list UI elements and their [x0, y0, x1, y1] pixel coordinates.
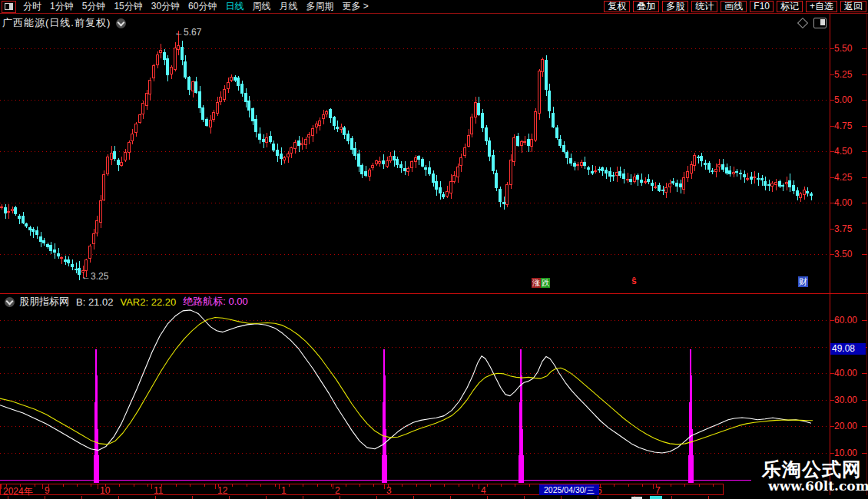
indicator-axis-label: 40.00	[834, 368, 857, 378]
clipped-toolbar-tick	[524, 496, 525, 499]
price-axis-label: 4.25	[834, 172, 852, 183]
time-axis-label: 1	[281, 485, 287, 496]
watermark-site-name: 乐淘公式网	[762, 459, 868, 479]
high-price-annotation: ←5.67	[174, 27, 201, 38]
clipped-toolbar-tick	[450, 496, 451, 499]
indicator-var2-value: VAR2: 22.20	[120, 296, 176, 308]
period-tab-1[interactable]: 1分钟	[50, 0, 74, 13]
indicator-axis-label: 30.00	[834, 395, 857, 405]
indicator-axis-label: 20.00	[834, 421, 857, 431]
period-tab-5[interactable]: 60分钟	[188, 0, 217, 13]
indicator-axis-label: 10.00	[834, 448, 857, 458]
period-tab-2[interactable]: 5分钟	[82, 0, 106, 13]
action-button-4[interactable]: 画线	[721, 1, 747, 12]
clipped-toolbar-tick	[118, 496, 119, 499]
clipped-toolbar-tick	[192, 496, 193, 499]
time-axis-label: 7	[655, 485, 661, 496]
period-menu: 分时1分钟5分钟15分钟30分钟60分钟日线周线月线多周期更多 >	[23, 0, 377, 13]
indicator-current-value-badge: 49.08	[830, 343, 866, 355]
clipped-toolbar-tick	[708, 496, 709, 499]
price-axis-label: 4.75	[834, 121, 852, 131]
price-axis-label: 3.75	[834, 223, 852, 234]
chart-canvas[interactable]	[0, 0, 868, 499]
clipped-toolbar-tick	[561, 496, 562, 499]
selected-date-badge: 2025/04/30/三	[539, 484, 599, 495]
finance-marker[interactable]: 财	[798, 276, 808, 287]
action-button-6[interactable]: 标记	[777, 1, 803, 12]
clipped-toolbar-tick	[8, 496, 8, 499]
clipped-toolbar-tick	[376, 496, 377, 499]
action-button-0[interactable]: 复权	[604, 1, 630, 12]
split-window-icon[interactable]	[813, 18, 827, 28]
price-axis-label: 4.50	[834, 146, 852, 157]
action-button-1[interactable]: 叠加	[633, 1, 659, 12]
time-axis-label: 3	[386, 485, 392, 496]
price-axis-label: 4.00	[834, 197, 852, 208]
action-button-2[interactable]: 多股	[662, 1, 688, 12]
watermark: 乐淘公式网 www.60lt.com	[762, 459, 868, 493]
period-tab-0[interactable]: 分时	[23, 0, 41, 13]
time-axis-label: 11	[154, 485, 163, 496]
chevron-down-icon[interactable]	[116, 18, 126, 28]
indicator-b-value: B: 21.02	[76, 296, 113, 308]
time-axis-label: 10	[100, 485, 110, 496]
indicator-jlhb-value: 绝路航标: 0.00	[183, 295, 248, 309]
price-axis-label: 5.50	[834, 43, 852, 54]
clipped-toolbar-tick	[266, 496, 267, 499]
s-marker[interactable]: ŝ	[631, 276, 637, 286]
rise-tag: 涨	[532, 278, 541, 288]
clipped-toolbar-tick	[671, 496, 672, 499]
time-axis-label: 12	[217, 485, 227, 496]
clipped-toolbar-tick	[81, 496, 82, 499]
corner-icons	[799, 18, 827, 28]
action-button-7[interactable]: +自选	[806, 1, 837, 12]
indicator-header: 股朋指标网 B: 21.02 VAR2: 22.20 绝路航标: 0.00	[5, 295, 248, 309]
clipped-toolbar-tick	[45, 496, 45, 499]
clipped-bottom-toolbar	[0, 496, 868, 499]
time-axis-label: 9	[45, 485, 50, 496]
period-tab-7[interactable]: 周线	[252, 0, 270, 13]
action-button-8[interactable]: 返回	[840, 1, 866, 12]
action-buttons: 复权叠加多股统计画线F10标记+自选返回	[601, 1, 868, 12]
period-tab-3[interactable]: 15分钟	[114, 0, 142, 13]
window-layout-glyph	[5, 3, 13, 10]
price-axis-label: 3.50	[834, 249, 852, 259]
clipped-toolbar-tick	[487, 496, 488, 499]
clipped-toolbar-tick	[598, 496, 598, 499]
window-layout-icon[interactable]	[2, 1, 16, 13]
low-price-annotation: ←3.25	[81, 271, 108, 282]
clipped-toolbar-tick	[303, 496, 303, 499]
clipped-toolbar-tick	[229, 496, 230, 499]
action-button-5[interactable]: F10	[750, 1, 774, 12]
time-axis-label: 4	[481, 485, 486, 496]
indicator-axis-label: 60.00	[834, 315, 857, 326]
period-tab-6[interactable]: 日线	[225, 0, 244, 13]
clipped-toolbar-tick	[413, 496, 414, 499]
chart-title-row: 广西能源(日线.前复权)	[2, 16, 126, 30]
period-tab-4[interactable]: 30分钟	[151, 0, 180, 13]
watermark-site-url: www.60lt.com	[768, 479, 868, 493]
diamond-icon[interactable]	[797, 18, 808, 28]
indicator-chevron-down-icon[interactable]	[5, 297, 15, 307]
rise-fall-marker[interactable]: 涨 跌	[532, 278, 550, 288]
price-axis-label: 5.25	[834, 69, 852, 80]
page-title: 广西能源(日线.前复权)	[2, 16, 111, 30]
top-toolbar: 分时1分钟5分钟15分钟30分钟60分钟日线周线月线多周期更多 > 复权叠加多股…	[0, 0, 868, 14]
period-tab-10[interactable]: 更多 >	[342, 0, 368, 13]
clipped-toolbar-tick	[155, 496, 156, 499]
clipped-toolbar-tick	[340, 496, 340, 499]
indicator-source-label: 股朋指标网	[19, 295, 69, 309]
price-axis-label: 5.00	[834, 94, 852, 105]
fall-tag: 跌	[541, 278, 550, 288]
action-button-3[interactable]: 统计	[691, 1, 717, 12]
period-tab-8[interactable]: 月线	[279, 0, 297, 13]
clipped-toolbar-active-tab	[650, 496, 662, 499]
time-axis-label: 2	[335, 485, 340, 496]
period-tab-9[interactable]: 多周期	[306, 0, 333, 13]
